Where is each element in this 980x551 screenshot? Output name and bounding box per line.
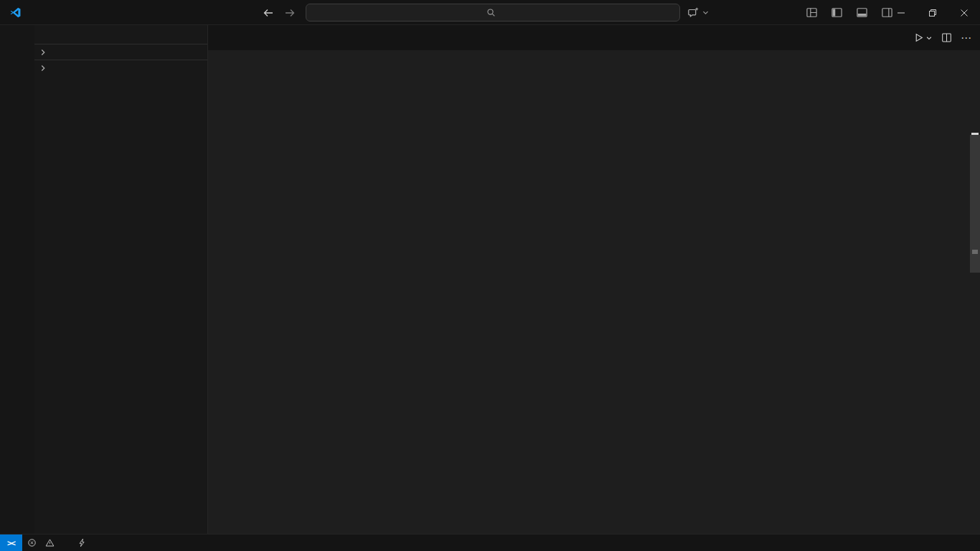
breadcrumbs [208, 50, 980, 67]
vertical-scrollbar[interactable] [970, 67, 980, 534]
command-center-search[interactable] [306, 4, 680, 22]
overview-cursor-marker [971, 133, 979, 135]
toggle-panel-icon[interactable] [852, 4, 871, 22]
overview-info-marker [972, 250, 978, 254]
tab-bar: ⋯ [208, 25, 980, 50]
run-file-button[interactable] [913, 32, 933, 43]
explorer-sidebar [34, 25, 208, 534]
toggle-primary-sidebar-icon[interactable] [827, 4, 846, 22]
copilot-icon [687, 6, 699, 19]
close-window-button[interactable] [948, 0, 980, 25]
timeline-section[interactable] [34, 60, 207, 75]
copilot-menu[interactable] [687, 0, 710, 25]
activity-bar [0, 25, 34, 534]
warning-icon [45, 538, 55, 547]
outline-section[interactable] [34, 44, 207, 60]
remote-indicator[interactable]: >< [0, 534, 22, 551]
lightning-icon [77, 538, 87, 547]
customize-layout-icon[interactable] [802, 4, 821, 22]
code-editor[interactable] [208, 67, 980, 534]
problems-indicator[interactable] [22, 535, 62, 551]
restore-button[interactable] [917, 0, 948, 25]
titlebar [0, 0, 980, 25]
search-icon [486, 8, 496, 17]
status-bar: >< [0, 534, 980, 551]
minimap[interactable] [898, 67, 970, 534]
editor-more-actions-icon[interactable]: ⋯ [961, 32, 971, 44]
live-reload-indicator[interactable] [72, 535, 92, 551]
minimize-button[interactable] [885, 0, 917, 25]
error-icon [27, 538, 37, 547]
chevron-down-icon [702, 9, 710, 17]
vscode-logo-icon [9, 6, 22, 19]
split-editor-icon[interactable] [941, 32, 952, 43]
nav-back-icon[interactable] [263, 7, 274, 19]
nav-forward-icon[interactable] [284, 7, 296, 19]
remote-icon: >< [7, 539, 15, 547]
